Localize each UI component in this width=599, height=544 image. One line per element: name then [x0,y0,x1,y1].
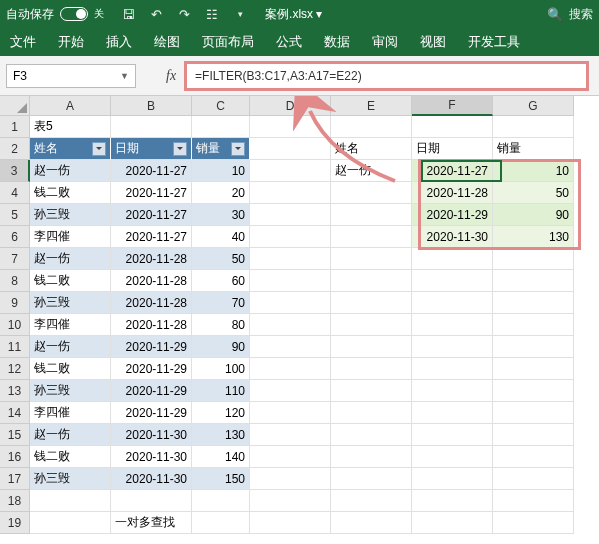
cell[interactable] [493,402,574,424]
table-cell[interactable]: 130 [192,424,250,446]
tab-review[interactable]: 审阅 [372,33,398,51]
table-cell[interactable]: 30 [192,204,250,226]
result-cell[interactable]: 2020-11-29 [412,204,493,226]
table-cell[interactable]: 140 [192,446,250,468]
table-cell[interactable]: 2020-11-28 [111,270,192,292]
table-cell[interactable]: 钱二败 [30,182,111,204]
cell[interactable] [493,380,574,402]
cell[interactable] [412,402,493,424]
cell[interactable] [412,116,493,138]
cell[interactable] [250,512,331,534]
row-header[interactable]: 16 [0,446,30,468]
row-header[interactable]: 7 [0,248,30,270]
tab-home[interactable]: 开始 [58,33,84,51]
row-header[interactable]: 10 [0,314,30,336]
fx-icon[interactable]: fx [166,68,176,84]
lookup-header[interactable]: 姓名 [331,138,412,160]
table-cell[interactable]: 2020-11-30 [111,424,192,446]
filter-dropdown-icon[interactable] [173,142,187,156]
row-header[interactable]: 11 [0,336,30,358]
cell[interactable] [493,248,574,270]
table-title[interactable]: 表5 [30,116,111,138]
result-cell[interactable]: 130 [493,226,574,248]
cell[interactable] [250,270,331,292]
cell[interactable] [331,490,412,512]
cell[interactable] [331,512,412,534]
cell[interactable] [250,402,331,424]
table-cell[interactable]: 2020-11-28 [111,292,192,314]
select-all-button[interactable] [0,96,30,116]
cell[interactable] [250,490,331,512]
cell[interactable] [192,512,250,534]
cell[interactable] [412,512,493,534]
qat-more-icon[interactable]: ▾ [232,6,248,22]
window-title[interactable]: 案例.xlsx ▾ [265,6,322,23]
cell[interactable] [250,248,331,270]
cell[interactable] [331,380,412,402]
footer-note[interactable]: 一对多查找 [111,512,192,534]
tab-view[interactable]: 视图 [420,33,446,51]
tab-formulas[interactable]: 公式 [276,33,302,51]
row-header[interactable]: 14 [0,402,30,424]
cell[interactable] [412,358,493,380]
table-cell[interactable]: 100 [192,358,250,380]
cell[interactable] [250,446,331,468]
cell[interactable] [331,314,412,336]
cell[interactable] [493,446,574,468]
row-header[interactable]: 17 [0,468,30,490]
row-header[interactable]: 3 [0,160,30,182]
cell[interactable] [30,512,111,534]
cell[interactable] [250,424,331,446]
cell[interactable] [250,160,331,182]
tab-draw[interactable]: 绘图 [154,33,180,51]
row-header[interactable]: 12 [0,358,30,380]
result-cell[interactable]: 2020-11-30 [412,226,493,248]
table-cell[interactable]: 孙三毁 [30,204,111,226]
save-icon[interactable]: 🖫 [120,6,136,22]
row-header[interactable]: 5 [0,204,30,226]
cell[interactable] [250,182,331,204]
table-cell[interactable]: 孙三毁 [30,292,111,314]
table-cell[interactable]: 李四催 [30,226,111,248]
row-header[interactable]: 18 [0,490,30,512]
cell[interactable] [412,468,493,490]
cell[interactable] [331,226,412,248]
worksheet-grid[interactable]: A B C D E F G 12345678910111213141516171… [0,96,599,544]
row-header[interactable]: 8 [0,270,30,292]
cell[interactable] [250,226,331,248]
table-header[interactable]: 销量 [192,138,250,160]
cell[interactable] [412,446,493,468]
cell[interactable] [331,116,412,138]
table-cell[interactable]: 50 [192,248,250,270]
table-header[interactable]: 日期 [111,138,192,160]
table-cell[interactable]: 赵一伤 [30,248,111,270]
table-cell[interactable]: 李四催 [30,314,111,336]
cell[interactable] [331,182,412,204]
col-header[interactable]: D [250,96,331,116]
touch-mode-icon[interactable]: ☷ [204,6,220,22]
table-cell[interactable]: 钱二败 [30,358,111,380]
table-cell[interactable]: 赵一伤 [30,424,111,446]
table-cell[interactable]: 2020-11-27 [111,226,192,248]
table-cell[interactable]: 钱二败 [30,270,111,292]
table-cell[interactable]: 2020-11-28 [111,248,192,270]
row-header[interactable]: 2 [0,138,30,160]
name-box[interactable]: F3 ▼ [6,64,136,88]
cell[interactable] [250,380,331,402]
table-cell[interactable]: 2020-11-30 [111,468,192,490]
tab-data[interactable]: 数据 [324,33,350,51]
cell[interactable] [250,204,331,226]
col-header[interactable]: C [192,96,250,116]
col-header[interactable]: A [30,96,111,116]
cell[interactable] [493,292,574,314]
tab-file[interactable]: 文件 [10,33,36,51]
result-cell[interactable]: 2020-11-28 [412,182,493,204]
table-cell[interactable]: 10 [192,160,250,182]
table-cell[interactable]: 80 [192,314,250,336]
table-cell[interactable]: 2020-11-28 [111,314,192,336]
filter-dropdown-icon[interactable] [231,142,245,156]
row-header[interactable]: 15 [0,424,30,446]
cell[interactable] [331,292,412,314]
cell[interactable] [412,490,493,512]
result-cell[interactable]: 50 [493,182,574,204]
